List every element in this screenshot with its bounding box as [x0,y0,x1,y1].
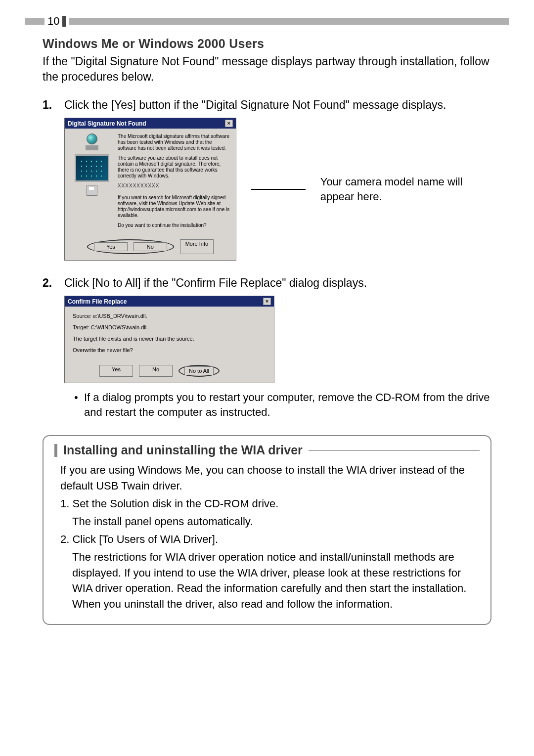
callout-text: Your camera model name will appear here. [320,175,491,204]
dialog2-q: Overwrite the newer file? [73,347,266,354]
yes-button[interactable]: Yes [99,365,133,377]
dialog2-titlebar: Confirm File Replace × [65,296,274,307]
yes-button[interactable]: Yes [94,242,128,251]
step-1: 1. Click the [Yes] button if the "Digita… [43,97,491,113]
floppy-icon [87,185,97,196]
header-mark [62,16,66,27]
dialog1-p1: The Microsoft digital signature affirms … [118,133,230,151]
dialog1-buttons: Yes No More Info [65,235,236,260]
info-accent-bar [54,444,57,457]
dialog1-text: The Microsoft digital signature affirms … [118,133,230,232]
screenshot-row-1: Digital Signature Not Found × The Micros… [64,118,491,261]
info-step2: 2. Click [To Users of WIA Driver]. [60,532,480,547]
header-bar-right [69,18,509,25]
header-bar-left [25,18,44,25]
more-info-button[interactable]: More Info [180,239,214,254]
oval-highlight-notoall: No to All [178,365,220,377]
step-2-text: Click [No to All] if the "Confirm File R… [64,275,491,291]
dialog1-placeholder: XXXXXXXXXXX [118,183,230,189]
dialog1-body: The Microsoft digital signature affirms … [65,129,236,235]
callout-line [251,189,306,190]
dialog1-title: Digital Signature Not Found [68,120,146,127]
dialog2-source: Source: e:\USB_DRV\twain.dll. [73,312,266,320]
dialog2-body: Source: e:\USB_DRV\twain.dll. Target: C:… [65,307,274,360]
oval-highlight-yes-no: Yes No [87,239,174,254]
dialog1-icon [71,133,113,232]
dialog1-p3: If you want to search for Microsoft digi… [118,195,230,219]
section-heading: Windows Me or Windows 2000 Users [43,37,491,51]
dialog1-titlebar: Digital Signature Not Found × [65,118,236,129]
dialog-confirm-file-replace: Confirm File Replace × Source: e:\USB_DR… [64,296,274,383]
info-box-wia: Installing and uninstalling the WIA driv… [43,435,491,625]
dialog1-p4: Do you want to continue the installation… [118,222,230,228]
close-icon[interactable]: × [225,120,233,127]
step-1-number: 1. [43,97,64,113]
pedestal-icon [86,145,98,150]
no-button[interactable]: No [139,365,173,377]
screenshot-row-2: Confirm File Replace × Source: e:\USB_DR… [64,296,491,383]
dialog2-title: Confirm File Replace [68,298,127,305]
step-2: 2. Click [No to All] if the "Confirm Fil… [43,275,491,291]
dialog2-target: Target: C:\WINDOWS\twain.dll. [73,324,266,331]
page-number: 10 [47,15,59,28]
intro-text: If the "Digital Signature Not Found" mes… [43,54,491,85]
step-2-number: 2. [43,275,64,291]
info-body: If you are using Windows Me, you can cho… [54,462,480,612]
info-title-row: Installing and uninstalling the WIA driv… [54,443,480,457]
step-1-text: Click the [Yes] button if the "Digital S… [64,97,491,113]
info-step1: 1. Set the Solution disk in the CD-ROM d… [60,496,480,512]
no-to-all-button[interactable]: No to All [184,366,214,375]
info-step2b: The restrictions for WIA driver operatio… [60,549,480,613]
monitor-icon [75,154,109,182]
no-button[interactable]: No [134,242,167,251]
dialog-digital-signature: Digital Signature Not Found × The Micros… [64,118,236,261]
info-intro: If you are using Windows Me, you can cho… [60,462,480,494]
dialog2-msg: The target file exists and is newer than… [73,335,266,343]
info-title: Installing and uninstalling the WIA driv… [63,443,303,457]
bullet-dot: • [74,390,84,421]
bullet-restart: • If a dialog prompts you to restart you… [74,390,491,421]
dialog2-buttons: Yes No No to All [65,361,274,383]
bullet-text: If a dialog prompts you to restart your … [84,390,491,421]
page-content: Windows Me or Windows 2000 Users If the … [25,37,509,625]
info-title-line [309,450,480,451]
globe-icon [87,133,97,144]
close-icon[interactable]: × [263,298,271,305]
dialog1-p2: The software you are about to install do… [118,155,230,179]
page-header: 10 [25,15,509,28]
info-step1b: The install panel opens automatically. [60,514,480,530]
